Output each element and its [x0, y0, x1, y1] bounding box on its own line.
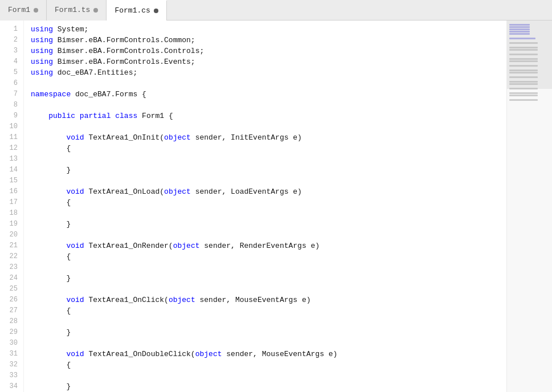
line-num-27: 27	[0, 305, 18, 316]
code-line-6	[31, 78, 506, 89]
code-area[interactable]: using System;using Bimser.eBA.FormContro…	[24, 21, 506, 392]
line-num-31: 31	[0, 349, 18, 360]
line-num-34: 34	[0, 381, 18, 392]
line-num-25: 25	[0, 284, 18, 295]
minimap-line-32	[509, 95, 538, 96]
minimap-line-5	[509, 33, 530, 35]
tab-bar: Form1Form1.tsForm1.cs	[0, 0, 552, 21]
line-num-3: 3	[0, 46, 18, 56]
tab-form1ts[interactable]: Form1.ts	[47, 0, 107, 21]
minimap-line-1	[509, 24, 530, 26]
minimap-line-24	[509, 76, 538, 78]
minimap-line-12	[509, 49, 538, 51]
code-line-12: {	[31, 143, 506, 154]
line-num-28: 28	[0, 316, 18, 327]
line-num-12: 12	[0, 143, 18, 154]
code-line-15	[31, 175, 506, 186]
minimap-line-34	[509, 99, 538, 101]
line-num-15: 15	[0, 175, 18, 186]
code-line-8	[31, 100, 506, 111]
minimap-line-7	[509, 38, 535, 39]
line-num-22: 22	[0, 251, 18, 262]
line-num-4: 4	[0, 56, 18, 67]
code-line-21: void TextArea1_OnRender(object sender, R…	[31, 240, 506, 251]
tab-dot-form1cs	[154, 9, 158, 13]
line-num-8: 8	[0, 100, 18, 111]
line-num-16: 16	[0, 186, 18, 197]
code-line-29: }	[31, 327, 506, 338]
code-line-10	[31, 121, 506, 132]
line-num-2: 2	[0, 35, 18, 46]
code-line-11: void TextArea1_OnInit(object sender, Ini…	[31, 132, 506, 143]
code-line-9: public partial class Form1 {	[31, 111, 506, 121]
line-num-29: 29	[0, 327, 18, 338]
code-line-13	[31, 154, 506, 165]
minimap-line-27	[509, 83, 538, 85]
line-num-10: 10	[0, 121, 18, 132]
line-num-23: 23	[0, 262, 18, 273]
minimap-line-31	[509, 92, 538, 94]
minimap-line-17	[509, 60, 538, 62]
code-line-23	[31, 262, 506, 273]
line-num-20: 20	[0, 230, 18, 240]
minimap-line-4	[509, 31, 530, 32]
line-num-32: 32	[0, 360, 18, 370]
minimap	[506, 21, 552, 392]
line-num-1: 1	[0, 24, 18, 35]
code-line-34: }	[31, 381, 506, 392]
line-num-13: 13	[0, 154, 18, 165]
code-line-14: }	[31, 165, 506, 175]
minimap-line-26	[509, 81, 538, 83]
tab-form1[interactable]: Form1	[0, 0, 47, 21]
line-num-11: 11	[0, 132, 18, 143]
code-line-25	[31, 284, 506, 295]
tab-dot-form1	[34, 8, 38, 13]
line-num-24: 24	[0, 273, 18, 284]
line-num-7: 7	[0, 89, 18, 100]
code-line-2: using Bimser.eBA.FormControls.Common;	[31, 35, 506, 46]
line-num-21: 21	[0, 240, 18, 251]
minimap-line-21	[509, 70, 538, 71]
code-line-1: using System;	[31, 24, 506, 35]
code-line-31: void TextArea1_OnDoubleClick(object send…	[31, 349, 506, 360]
minimap-line-14	[509, 54, 538, 55]
minimap-line-2	[509, 26, 530, 28]
line-num-6: 6	[0, 78, 18, 89]
minimap-line-19	[509, 65, 538, 67]
line-num-5: 5	[0, 67, 18, 78]
code-line-18	[31, 208, 506, 219]
code-line-26: void TextArea1_OnClick(object sender, Mo…	[31, 295, 506, 305]
minimap-line-11	[509, 47, 538, 48]
code-line-19: }	[31, 219, 506, 230]
minimap-line-16	[509, 58, 538, 60]
code-line-32: {	[31, 360, 506, 370]
code-line-7: namespace doc_eBA7.Forms {	[31, 89, 506, 100]
minimap-line-29	[509, 88, 538, 89]
code-line-5: using doc_eBA7.Entities;	[31, 67, 506, 78]
tab-form1cs[interactable]: Form1.cs	[107, 0, 166, 21]
code-line-22: {	[31, 251, 506, 262]
line-num-17: 17	[0, 197, 18, 208]
minimap-line-22	[509, 72, 538, 74]
minimap-line-3	[509, 28, 530, 30]
code-line-27: {	[31, 305, 506, 316]
line-num-14: 14	[0, 165, 18, 175]
code-line-28	[31, 316, 506, 327]
code-line-4: using Bimser.eBA.FormControls.Events;	[31, 56, 506, 67]
line-numbers: 1234567891011121314151617181920212223242…	[0, 21, 24, 392]
code-line-24: }	[31, 273, 506, 284]
code-line-3: using Bimser.eBA.FormControls.Controls;	[31, 46, 506, 56]
minimap-line-9	[509, 42, 538, 44]
tab-dot-form1ts	[93, 8, 98, 13]
line-num-18: 18	[0, 208, 18, 219]
code-line-17: {	[31, 197, 506, 208]
line-num-30: 30	[0, 338, 18, 349]
code-line-20	[31, 230, 506, 240]
code-line-16: void TextArea1_OnLoad(object sender, Loa…	[31, 186, 506, 197]
minimap-content	[507, 21, 552, 105]
line-num-26: 26	[0, 295, 18, 305]
code-line-33	[31, 370, 506, 381]
line-num-19: 19	[0, 219, 18, 230]
code-line-30	[31, 338, 506, 349]
line-num-33: 33	[0, 370, 18, 381]
